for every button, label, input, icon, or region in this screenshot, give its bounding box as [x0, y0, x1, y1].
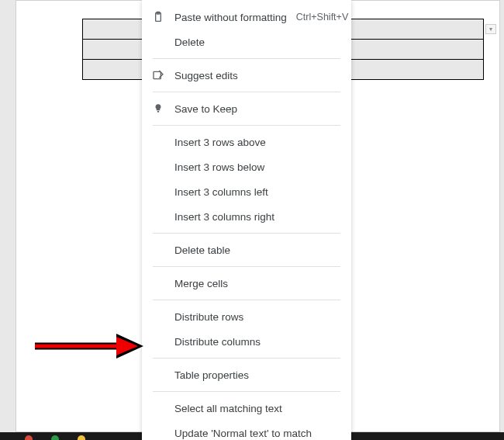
- menu-item-label: Select all matching text: [174, 403, 340, 414]
- blank-icon: [150, 367, 167, 383]
- context-menu: Paste without formatting Ctrl+Shift+V De…: [142, 0, 351, 440]
- taskbar-item[interactable]: [51, 435, 59, 440]
- menu-separator: [153, 233, 340, 234]
- menu-suggest-edits[interactable]: Suggest edits: [142, 63, 351, 88]
- menu-separator: [153, 92, 340, 92]
- menu-distribute-columns[interactable]: Distribute columns: [142, 329, 351, 354]
- menu-merge-cells[interactable]: Merge cells: [142, 271, 351, 296]
- menu-separator: [153, 125, 340, 126]
- blank-icon: [150, 34, 167, 50]
- menu-separator: [153, 58, 340, 59]
- menu-item-label: Paste without formatting: [174, 12, 287, 23]
- menu-item-label: Distribute rows: [174, 311, 340, 323]
- menu-delete[interactable]: Delete: [142, 29, 351, 54]
- menu-item-label: Delete: [174, 36, 340, 48]
- menu-item-label: Insert 3 rows above: [174, 137, 340, 148]
- annotation-arrow: [31, 331, 147, 364]
- menu-table-properties[interactable]: Table properties: [142, 362, 351, 387]
- blank-icon: [150, 275, 167, 291]
- menu-distribute-rows[interactable]: Distribute rows: [142, 304, 351, 329]
- menu-item-label: Table properties: [174, 369, 340, 381]
- blank-icon: [150, 309, 167, 324]
- blank-icon: [150, 425, 167, 440]
- menu-update-normal-text[interactable]: Update 'Normal text' to match: [142, 421, 351, 440]
- menu-separator: [153, 266, 340, 267]
- keep-icon: [150, 101, 167, 116]
- blank-icon: [150, 184, 167, 199]
- blank-icon: [150, 334, 167, 349]
- menu-item-label: Merge cells: [174, 278, 340, 289]
- blank-icon: [150, 209, 167, 224]
- blank-icon: [150, 134, 167, 150]
- blank-icon: [150, 400, 167, 416]
- menu-paste-without-formatting[interactable]: Paste without formatting Ctrl+Shift+V: [142, 5, 351, 29]
- menu-insert-rows-above[interactable]: Insert 3 rows above: [142, 130, 351, 154]
- menu-insert-columns-right[interactable]: Insert 3 columns right: [142, 204, 351, 229]
- menu-item-label: Update 'Normal text' to match: [174, 428, 340, 439]
- menu-item-label: Insert 3 rows below: [174, 161, 340, 173]
- menu-item-label: Distribute columns: [174, 336, 340, 348]
- menu-separator: [153, 391, 340, 392]
- svg-rect-3: [157, 111, 159, 113]
- menu-item-label: Delete table: [174, 244, 340, 256]
- menu-item-label: Insert 3 columns left: [174, 186, 340, 198]
- clipboard-icon: [150, 9, 167, 25]
- menu-delete-table[interactable]: Delete table: [142, 237, 351, 262]
- menu-save-to-keep[interactable]: Save to Keep: [142, 96, 351, 121]
- menu-insert-columns-left[interactable]: Insert 3 columns left: [142, 179, 351, 204]
- menu-item-label: Save to Keep: [174, 103, 340, 115]
- table-dropdown-button[interactable]: ▾: [485, 24, 496, 34]
- blank-icon: [150, 159, 167, 175]
- menu-select-matching-text[interactable]: Select all matching text: [142, 396, 351, 421]
- blank-icon: [150, 242, 167, 258]
- taskbar-item[interactable]: [78, 435, 85, 440]
- menu-item-shortcut: Ctrl+Shift+V: [296, 12, 348, 23]
- taskbar-item[interactable]: [25, 435, 33, 440]
- menu-item-label: Suggest edits: [174, 70, 340, 81]
- menu-separator: [153, 300, 340, 300]
- menu-insert-rows-below[interactable]: Insert 3 rows below: [142, 154, 351, 179]
- suggest-edits-icon: [150, 68, 167, 83]
- menu-separator: [153, 358, 340, 359]
- menu-item-label: Insert 3 columns right: [174, 211, 340, 223]
